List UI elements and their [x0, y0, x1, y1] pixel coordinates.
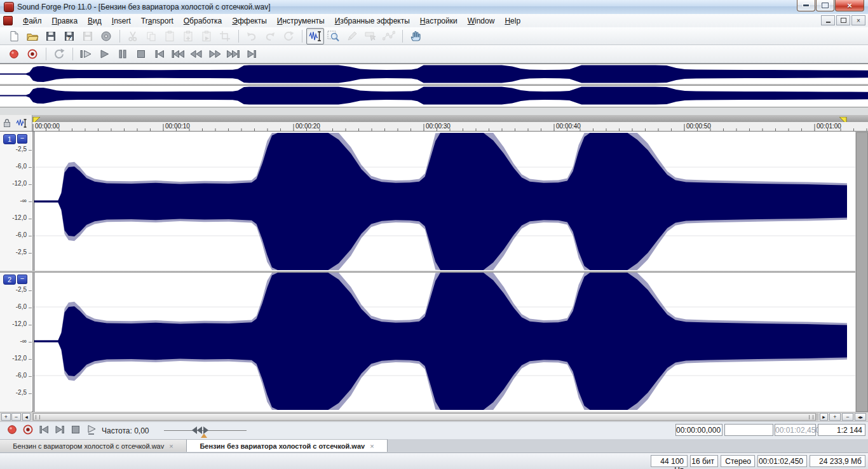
channel-1-badge[interactable]: 1: [3, 134, 16, 144]
tab-label: Бензин без вариатора холостой с отсечкой…: [200, 442, 365, 450]
zoom-out-horizontal-button[interactable]: −: [842, 413, 853, 421]
menu-effects[interactable]: Эффекты: [227, 15, 272, 27]
stop-button[interactable]: [132, 46, 150, 62]
svg-text:00:00:40: 00:00:40: [556, 123, 581, 130]
zoom-in-horizontal-button[interactable]: +: [829, 413, 841, 421]
selection-display[interactable]: [724, 424, 773, 436]
loop-region-bar[interactable]: [0, 115, 868, 122]
event-tool-icon: [364, 31, 377, 42]
transport-toolbar: [0, 45, 868, 64]
edit-tool-button[interactable]: [306, 28, 324, 44]
menu-insert[interactable]: Insert: [107, 15, 136, 27]
menu-help[interactable]: Help: [499, 15, 526, 27]
close-button[interactable]: ×: [835, 0, 864, 11]
title-bar: Sound Forge Pro 11.0 - [Бензин без вариа…: [0, 0, 868, 15]
doc-restore-icon: [841, 18, 846, 23]
zoom-ratio-display[interactable]: 1:2 144: [818, 424, 865, 436]
go-to-end-button[interactable]: [243, 46, 261, 62]
zoom-in-vertical-button[interactable]: +: [1, 413, 11, 421]
channel-2-minimize-button[interactable]: −: [17, 275, 27, 284]
menu-edit[interactable]: Правка: [47, 15, 83, 27]
lock-icon[interactable]: [3, 118, 11, 128]
edit-tool-cursor-icon[interactable]: [16, 118, 27, 128]
document-tab-2[interactable]: Бензин без вариатора холостой с отсечкой…: [187, 439, 388, 452]
render-as-button[interactable]: [97, 28, 115, 44]
svg-text:00:00:20: 00:00:20: [295, 123, 320, 130]
next-marker-button[interactable]: [224, 46, 242, 62]
rewind-button[interactable]: [187, 46, 205, 62]
document-tabs: Бензин с вариатором холостой с отсечкой.…: [0, 439, 868, 452]
play-button[interactable]: [95, 46, 113, 62]
record-loop-button[interactable]: [20, 424, 36, 438]
menu-process[interactable]: Обработка: [179, 15, 227, 27]
play-all-button[interactable]: [77, 46, 95, 62]
document-tab-1[interactable]: Бензин с вариатором холостой с отсечкой.…: [0, 439, 187, 452]
new-file-button[interactable]: [5, 28, 23, 44]
previous-marker-button[interactable]: [169, 46, 187, 62]
close-tab-icon[interactable]: ×: [169, 442, 173, 450]
position-display[interactable]: 00:00:00,000: [675, 424, 722, 436]
copy-icon: [146, 31, 157, 42]
channel-2-badge[interactable]: 2: [3, 275, 16, 285]
go-to-start-button[interactable]: [36, 424, 51, 438]
time-ruler[interactable]: 00:00:0000:00:1000:00:2000:00:3000:00:40…: [0, 122, 868, 132]
scroll-left-button[interactable]: ◂: [22, 413, 31, 421]
go-to-end-button[interactable]: [51, 424, 67, 438]
stop-button[interactable]: [67, 424, 83, 438]
db-scale-tick: [29, 184, 32, 185]
overview-channel-2: [0, 86, 868, 105]
horizontal-scrollbar-thumb[interactable]: [33, 413, 816, 421]
scroll-right-button[interactable]: ▸: [820, 413, 828, 421]
menu-file[interactable]: Файл: [18, 15, 47, 27]
svg-text:?: ?: [67, 35, 71, 41]
pause-button[interactable]: [114, 46, 132, 62]
undo-button: [243, 28, 261, 44]
vertical-scrollbar[interactable]: [855, 132, 868, 412]
forward-button[interactable]: [206, 46, 224, 62]
close-tab-icon[interactable]: ×: [370, 442, 374, 450]
menu-favorite-effects[interactable]: Избранные эффекты: [330, 15, 415, 27]
length-display[interactable]: 00:01:02,450: [775, 424, 816, 436]
slider-handle-left-icon[interactable]: [192, 426, 197, 434]
cut-icon: [127, 31, 139, 42]
menu-view[interactable]: Вид: [83, 15, 107, 27]
menu-options[interactable]: Настройки: [415, 15, 463, 27]
zoom-out-vertical-button[interactable]: −: [11, 413, 21, 421]
save-all-icon: [82, 31, 93, 42]
save-button[interactable]: [42, 28, 60, 44]
open-file-button[interactable]: [24, 28, 41, 44]
save-as-button[interactable]: ?: [60, 28, 78, 44]
magnify-tool-button[interactable]: [325, 28, 342, 44]
restore-button[interactable]: [816, 0, 834, 11]
zoom-fit-button[interactable]: ◂▸: [855, 413, 866, 421]
waveform-overview[interactable]: [0, 64, 868, 107]
doc-close-button[interactable]: ×: [851, 15, 865, 25]
go-to-start-icon: [153, 48, 166, 60]
menu-transport[interactable]: Transport: [136, 15, 179, 27]
record-loop-button[interactable]: [24, 46, 41, 62]
next-marker-icon: [226, 48, 241, 60]
envelope-tool-icon: [383, 31, 395, 42]
rewind-icon: [189, 48, 204, 60]
minimize-button[interactable]: [797, 0, 815, 11]
doc-minimize-button[interactable]: [821, 15, 835, 25]
horizontal-scrollbar-track[interactable]: [32, 413, 818, 421]
speed-slider[interactable]: [164, 422, 247, 440]
channel-1-minimize-button[interactable]: −: [17, 134, 27, 144]
touch-tool-button[interactable]: [407, 28, 424, 44]
loop-playback-button[interactable]: [50, 46, 68, 62]
track-area: 1−-2,5-6,0-12,0-∞-12,0-6,0-2,52−-2,5-6,0…: [0, 132, 868, 412]
svg-text:00:01:00: 00:01:00: [817, 123, 841, 130]
svg-text:00:00:50: 00:00:50: [686, 123, 711, 130]
go-to-start-button[interactable]: [151, 46, 168, 62]
menu-window[interactable]: Window: [463, 15, 500, 27]
record-button[interactable]: [5, 46, 23, 62]
db-scale-label: -6,0: [0, 231, 27, 238]
menu-tools[interactable]: Инструменты: [272, 15, 330, 27]
play-preview-button[interactable]: [83, 424, 99, 438]
pause-icon: [116, 48, 129, 60]
doc-restore-button[interactable]: [836, 15, 850, 25]
vertical-scrollbar-thumb[interactable]: [856, 132, 868, 412]
record-button[interactable]: [4, 424, 20, 438]
db-scale-tick: [29, 150, 32, 151]
